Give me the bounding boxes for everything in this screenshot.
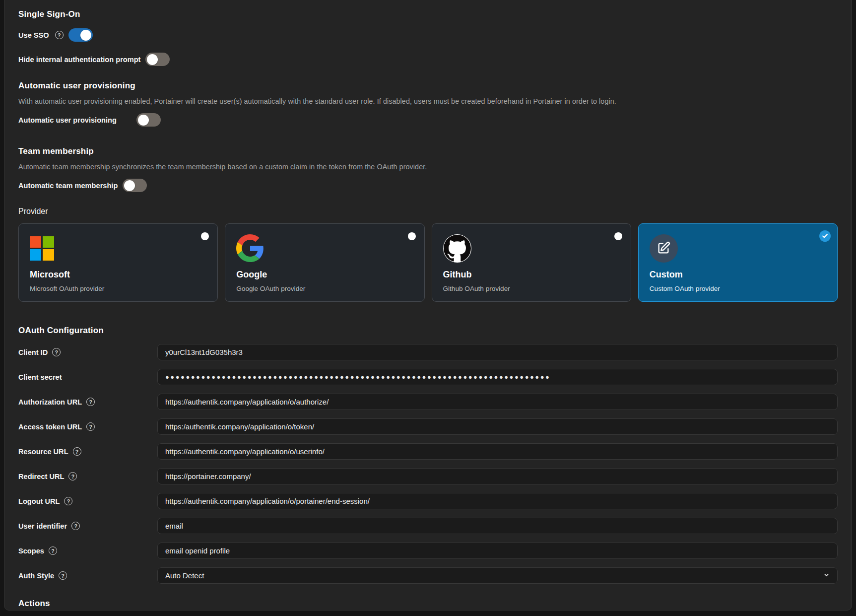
access-token-url-input[interactable] [157, 418, 838, 435]
provider-cards-row: MicrosoftMicrosoft OAuth providerGoogleG… [18, 223, 838, 302]
logout-url-input[interactable] [157, 493, 838, 509]
provider-card-title: Google [236, 270, 413, 280]
help-icon[interactable]: ? [64, 497, 72, 505]
redirect-url-input[interactable] [157, 468, 838, 484]
auto-user-provisioning-label: Automatic user provisioning [18, 116, 117, 124]
provider-card-description: Microsoft OAuth provider [30, 285, 206, 292]
auth-style-select[interactable]: Auto Detect [157, 567, 838, 584]
client-secret-row: Client secret [18, 369, 838, 385]
team-membership-description: Automatic team membership synchronizes t… [18, 163, 838, 171]
authorization-url-label: Authorization URL [18, 398, 82, 406]
authorization-url-row: Authorization URL? [18, 394, 838, 410]
radio-unselected-icon[interactable] [408, 232, 416, 240]
help-icon[interactable]: ? [59, 571, 67, 580]
help-icon[interactable]: ? [71, 522, 80, 530]
team-membership-toggle[interactable] [123, 179, 147, 192]
client-secret-label: Client secret [18, 373, 62, 381]
resource-url-input[interactable] [157, 443, 838, 460]
user-identifier-row: User identifier? [18, 518, 838, 534]
edit-icon [650, 234, 678, 263]
help-icon[interactable]: ? [86, 422, 95, 431]
use-sso-label: Use SSO [18, 31, 49, 39]
help-icon[interactable]: ? [68, 472, 77, 480]
client-id-label: Client ID [18, 348, 48, 356]
resource-url-label: Resource URL [18, 448, 68, 456]
team-membership-heading: Team membership [18, 146, 838, 156]
help-icon[interactable]: ? [86, 398, 95, 406]
toggle-knob [124, 180, 135, 191]
user-identifier-label: User identifier [18, 522, 67, 530]
toggle-knob [80, 30, 91, 41]
single-sign-on-heading: Single Sign-On [18, 9, 838, 19]
scopes-row: Scopes? [18, 543, 838, 559]
auto-user-provisioning-heading: Automatic user provisioning [18, 81, 838, 91]
scopes-label: Scopes [18, 547, 44, 555]
provider-card-microsoft[interactable]: MicrosoftMicrosoft OAuth provider [18, 223, 218, 302]
help-icon[interactable]: ? [73, 447, 81, 456]
toggle-knob [138, 115, 149, 126]
auto-user-provisioning-toggle[interactable] [136, 113, 161, 127]
toggle-knob [147, 54, 158, 65]
logout-url-label: Logout URL [18, 497, 60, 505]
hide-internal-auth-label: Hide internal authentication prompt [18, 56, 140, 64]
access-token-url-row: Access token URL? [18, 418, 838, 435]
resource-url-row: Resource URL? [18, 443, 838, 460]
chevron-down-icon [823, 571, 830, 580]
provider-card-description: Google OAuth provider [236, 285, 413, 292]
user-identifier-input[interactable] [157, 518, 838, 534]
google-logo-icon [236, 234, 264, 262]
auto-user-provisioning-description: With automatic user provisioning enabled… [18, 97, 838, 105]
use-sso-toggle[interactable] [68, 28, 93, 42]
help-icon[interactable]: ? [49, 547, 57, 555]
provider-card-google[interactable]: GoogleGoogle OAuth provider [225, 223, 424, 302]
actions-heading: Actions [18, 599, 838, 609]
scopes-input[interactable] [157, 543, 838, 559]
oauth-configuration-heading: OAuth Configuration [18, 326, 838, 336]
oauth-configuration-form: Client ID?Client secretAuthorization URL… [18, 344, 838, 584]
radio-unselected-icon[interactable] [614, 232, 622, 240]
use-sso-row: Use SSO ? [18, 28, 838, 42]
selected-check-icon [819, 230, 831, 242]
auth-style-value: Auto Detect [165, 571, 204, 580]
redirect-url-row: Redirect URL? [18, 468, 838, 484]
help-icon[interactable]: ? [55, 31, 64, 39]
redirect-url-label: Redirect URL [18, 473, 64, 480]
provider-card-title: Microsoft [30, 270, 206, 280]
provider-card-title: Custom [650, 270, 826, 280]
settings-panel: Single Sign-On Use SSO ? Hide internal a… [4, 0, 852, 611]
provider-card-description: Custom OAuth provider [650, 285, 826, 292]
client-id-row: Client ID? [18, 344, 838, 360]
authorization-url-input[interactable] [157, 394, 838, 410]
access-token-url-label: Access token URL [18, 423, 82, 431]
provider-card-custom[interactable]: CustomCustom OAuth provider [638, 223, 838, 302]
team-membership-label: Automatic team membership [18, 182, 118, 190]
client-secret-input[interactable] [157, 369, 838, 385]
provider-card-description: Github OAuth provider [443, 285, 620, 292]
provider-card-github[interactable]: GithubGithub OAuth provider [432, 223, 631, 302]
radio-unselected-icon[interactable] [201, 232, 209, 240]
help-icon[interactable]: ? [52, 348, 61, 356]
logout-url-row: Logout URL? [18, 493, 838, 509]
client-id-input[interactable] [157, 344, 838, 360]
auth-style-row: Auth Style?Auto Detect [18, 567, 838, 584]
auth-style-label: Auth Style [18, 572, 54, 580]
auto-user-provisioning-row: Automatic user provisioning [18, 113, 838, 127]
provider-heading: Provider [18, 207, 838, 216]
github-logo-icon [443, 234, 471, 263]
microsoft-logo-icon [30, 236, 54, 261]
team-membership-row: Automatic team membership [18, 179, 838, 192]
provider-card-title: Github [443, 270, 620, 280]
hide-internal-auth-toggle[interactable] [145, 53, 170, 66]
hide-internal-auth-row: Hide internal authentication prompt [18, 53, 838, 66]
